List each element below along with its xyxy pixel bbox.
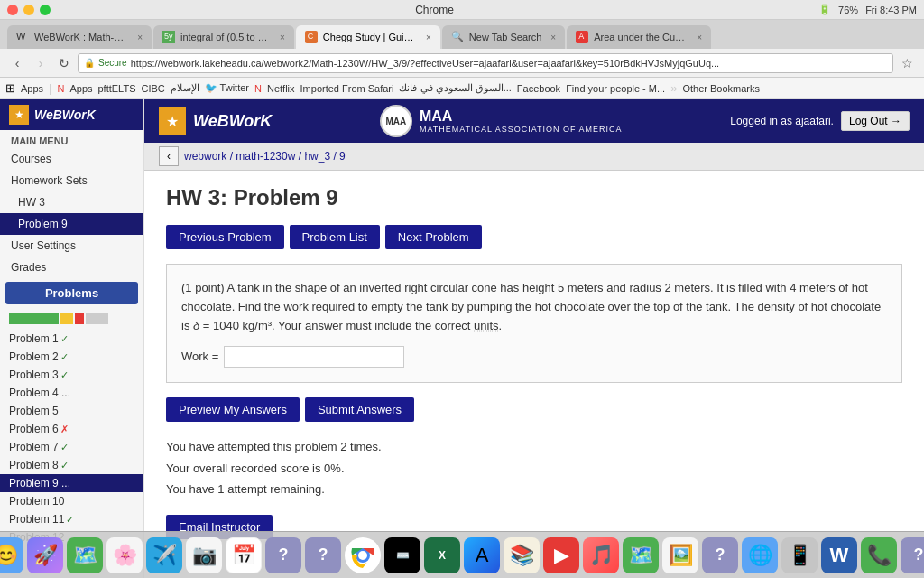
next-problem-button[interactable]: Next Problem	[385, 225, 482, 249]
bookmark-people[interactable]: Find your people - M...	[566, 83, 665, 94]
dock-calendar[interactable]: 📅	[226, 537, 262, 573]
close-button[interactable]	[7, 5, 18, 15]
tab-label-webwork: WeBWorK : Math-1230W : HW...	[34, 32, 128, 42]
title-bar: Chrome 🔋 76% Fri 8:43 PM	[0, 0, 924, 20]
logout-button[interactable]: Log Out →	[841, 111, 910, 131]
dock-chrome[interactable]	[345, 537, 381, 573]
problem-link-5[interactable]: Problem 5	[0, 402, 143, 420]
back-button[interactable]: ‹	[7, 53, 27, 73]
sidebar-item-courses[interactable]: Courses	[0, 148, 143, 170]
dock-terminal[interactable]: ⌨️	[384, 537, 420, 573]
bookmark-apps2[interactable]: N	[57, 83, 64, 94]
bookmark-facebook[interactable]: Facebook	[517, 83, 560, 94]
sidebar-item-hw3[interactable]: HW 3	[0, 191, 143, 213]
dock-maps2[interactable]: 🗺️	[623, 537, 659, 573]
dock-photos[interactable]: 🌸	[106, 537, 143, 573]
page-title: HW 3: Problem 9	[166, 185, 902, 210]
dock-help1[interactable]: ?	[265, 537, 301, 573]
dock-youtube[interactable]: ▶	[543, 537, 579, 573]
problem-link-9[interactable]: Problem 9 ...	[0, 474, 143, 492]
tab-close-chegg[interactable]: ×	[426, 33, 431, 42]
back-chevron-icon: ‹	[167, 150, 171, 163]
submit-answers-button[interactable]: Submit Answers	[305, 397, 414, 422]
problem-label-9: Problem 9 ...	[9, 477, 70, 489]
dock-launchpad[interactable]: 🚀	[27, 537, 63, 573]
bookmark-apps1[interactable]: Apps	[21, 83, 43, 94]
problem-list-button[interactable]: Problem List	[290, 225, 380, 249]
dock-maps[interactable]: 🗺️	[67, 537, 103, 573]
problem-link-10[interactable]: Problem 10	[0, 492, 143, 510]
dock-finder[interactable]: 😊	[0, 537, 23, 573]
previous-problem-button[interactable]: Previous Problem	[166, 225, 284, 249]
dock-phone[interactable]: 📞	[861, 537, 897, 573]
dock-word[interactable]: W	[821, 537, 857, 573]
tab-newtab[interactable]: 🔍 New Tab Search ×	[442, 25, 565, 49]
sidebar-item-homework-sets[interactable]: Homework Sets	[0, 170, 143, 191]
tab-label-integral: integral of (0.5 to 1) (X^3)/6 -...	[180, 32, 271, 42]
bookmark-button[interactable]: ☆	[897, 53, 917, 73]
bookmark-apps2-label[interactable]: Apps	[69, 83, 92, 94]
work-input[interactable]	[224, 346, 404, 368]
dock-books[interactable]: 📚	[504, 537, 540, 573]
dock: 😊 🚀 🗺️ 🌸 ✈️ 📷 📅 ? ? ⌨️ X A 📚 ▶ 🎵 🗺️ 🖼️ ?…	[0, 531, 924, 578]
dock-photos3[interactable]: 🖼️	[662, 537, 698, 573]
maa-logo: MAA MAA MATHEMATICAL ASSOCIATION OF AMER…	[380, 105, 623, 137]
breadcrumb-bar: ‹ webwork / math-1230w / hw_3 / 9	[144, 143, 924, 171]
reload-button[interactable]: ↻	[54, 53, 74, 73]
dock-excel[interactable]: X	[424, 537, 460, 573]
problem-link-2[interactable]: Problem 2 ✓	[0, 348, 143, 366]
preview-answers-button[interactable]: Preview My Answers	[166, 397, 300, 422]
problem-link-1[interactable]: Problem 1 ✓	[0, 330, 143, 348]
bookmark-imported[interactable]: Imported From Safari	[300, 83, 394, 94]
breadcrumb-back-button[interactable]: ‹	[159, 146, 179, 166]
dock-music[interactable]: 🎵	[583, 537, 619, 573]
units-link[interactable]: units	[474, 319, 498, 332]
bookmark-pftt[interactable]: pfttELTS	[98, 83, 136, 94]
tab-close-area[interactable]: ×	[697, 33, 702, 42]
problem-link-3[interactable]: Problem 3 ✓	[0, 366, 143, 384]
dock-appstore[interactable]: A	[464, 537, 500, 573]
forward-button[interactable]: ›	[31, 53, 51, 73]
dock-globe[interactable]: 🌐	[742, 537, 778, 573]
attempts-line3: You have 1 attempt remaining.	[166, 479, 902, 499]
dock-help4[interactable]: ?	[901, 537, 924, 573]
dock-help3[interactable]: ?	[702, 537, 738, 573]
problem-link-11[interactable]: Problem 11 ✓	[0, 510, 143, 528]
problem-link-7[interactable]: Problem 7 ✓	[0, 438, 143, 456]
bookmark-netflix-label[interactable]: Netflix	[267, 83, 295, 94]
bookmark-other[interactable]: Other Bookmarks	[682, 83, 760, 94]
tab-area[interactable]: A Area under the Curve Calculat... ×	[567, 25, 711, 49]
tab-label-newtab: New Tab Search	[469, 32, 542, 42]
tab-integral[interactable]: 5y integral of (0.5 to 1) (X^3)/6 -... ×	[153, 25, 294, 49]
address-bar[interactable]: 🔒 Secure https://webwork.lakeheadu.ca/we…	[78, 53, 893, 73]
problem-status-6: ✗	[60, 424, 69, 435]
dock-help2[interactable]: ?	[305, 537, 341, 573]
problem-label-4: Problem 4 ...	[9, 387, 70, 399]
dock-telegram[interactable]: ✈️	[146, 537, 182, 573]
dock-photos2[interactable]: 📷	[186, 537, 222, 573]
minimize-button[interactable]	[23, 5, 34, 15]
tab-close-newtab[interactable]: ×	[550, 33, 556, 42]
problem-link-6[interactable]: Problem 6 ✗	[0, 420, 143, 438]
sidebar-item-grades[interactable]: Grades	[0, 256, 143, 278]
tab-chegg[interactable]: C Chegg Study | Guided Solutio... ×	[296, 25, 440, 49]
bookmark-netflix[interactable]: N	[254, 83, 262, 94]
tab-webwork[interactable]: W WeBWorK : Math-1230W : HW... ×	[7, 25, 152, 49]
work-row: Work =	[181, 346, 887, 368]
bookmark-saudi[interactable]: السوق السعودي في فانك...	[399, 82, 511, 94]
tab-close-integral[interactable]: ×	[280, 33, 285, 42]
tab-label-chegg: Chegg Study | Guided Solutio...	[323, 32, 417, 42]
traffic-lights	[7, 5, 51, 15]
problem-link-4[interactable]: Problem 4 ...	[0, 384, 143, 402]
problem-link-8[interactable]: Problem 8 ✓	[0, 456, 143, 474]
tab-close-webwork[interactable]: ×	[137, 33, 143, 42]
problem-label-6: Problem 6	[9, 423, 59, 435]
bookmark-cibc[interactable]: CIBC	[141, 83, 164, 94]
sidebar-item-problem9[interactable]: Problem 9	[0, 213, 143, 235]
sidebar-item-user-settings[interactable]: User Settings	[0, 235, 143, 256]
dock-iphone[interactable]: 📱	[781, 537, 818, 573]
tab-favicon-area: A	[576, 31, 588, 43]
maximize-button[interactable]	[40, 5, 51, 15]
bookmark-twitter[interactable]: 🐦 Twitter	[205, 82, 249, 94]
bookmark-islam[interactable]: الإسلام	[171, 82, 199, 94]
